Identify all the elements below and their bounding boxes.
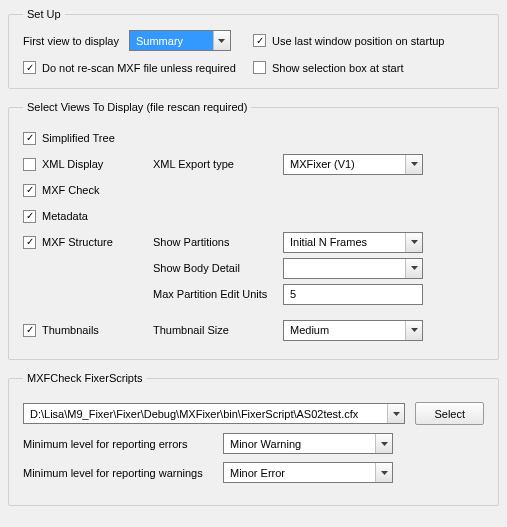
show-selection-box-label: Show selection box at start	[272, 62, 403, 74]
dropdown-icon	[405, 321, 422, 340]
mxf-check-label: MXF Check	[42, 184, 99, 196]
views-legend: Select Views To Display (file rescan req…	[23, 101, 251, 113]
select-button-label: Select	[434, 408, 465, 420]
dropdown-icon	[375, 463, 392, 482]
setup-legend: Set Up	[23, 8, 65, 20]
mxf-structure-label: MXF Structure	[42, 236, 113, 248]
checkbox-icon: ✓	[23, 210, 36, 223]
checkbox-icon: ✓	[23, 158, 36, 171]
thumb-size-combo[interactable]: Medium	[283, 320, 423, 341]
simplified-tree-label: Simplified Tree	[42, 132, 115, 144]
dropdown-icon	[213, 31, 230, 50]
show-selection-box-checkbox[interactable]: ✓ Show selection box at start	[253, 61, 484, 74]
first-view-value: Summary	[130, 31, 213, 50]
checkbox-icon: ✓	[23, 132, 36, 145]
min-error-combo[interactable]: Minor Warning	[223, 433, 393, 454]
show-partitions-value: Initial N Frames	[284, 233, 405, 252]
checkbox-icon: ✓	[23, 324, 36, 337]
select-button[interactable]: Select	[415, 402, 484, 425]
min-error-label: Minimum level for reporting errors	[23, 438, 213, 450]
fixerscript-path-value: D:\Lisa\M9_Fixer\Fixer\Debug\MXFixer\bin…	[24, 404, 387, 423]
no-rescan-label: Do not re-scan MXF file unless required	[42, 62, 236, 74]
use-last-position-checkbox[interactable]: ✓ Use last window position on startup	[253, 34, 484, 47]
mxf-structure-checkbox[interactable]: ✓ MXF Structure	[23, 236, 113, 249]
thumbnails-checkbox[interactable]: ✓ Thumbnails	[23, 324, 99, 337]
metadata-checkbox[interactable]: ✓ Metadata	[23, 210, 88, 223]
min-warning-value: Minor Error	[224, 463, 375, 482]
no-rescan-checkbox[interactable]: ✓ Do not re-scan MXF file unless require…	[23, 61, 253, 74]
xml-export-value: MXFixer (V1)	[284, 155, 405, 174]
xml-export-combo[interactable]: MXFixer (V1)	[283, 154, 423, 175]
dropdown-icon	[405, 233, 422, 252]
first-view-label: First view to display	[23, 35, 119, 47]
max-partition-value: 5	[290, 288, 296, 300]
show-body-detail-label: Show Body Detail	[153, 262, 283, 274]
xml-display-label: XML Display	[42, 158, 103, 170]
show-body-detail-value	[284, 259, 405, 278]
checkbox-icon: ✓	[23, 236, 36, 249]
simplified-tree-checkbox[interactable]: ✓ Simplified Tree	[23, 132, 115, 145]
mxf-check-checkbox[interactable]: ✓ MXF Check	[23, 184, 99, 197]
min-error-value: Minor Warning	[224, 434, 375, 453]
metadata-label: Metadata	[42, 210, 88, 222]
fixerscript-path-combo[interactable]: D:\Lisa\M9_Fixer\Fixer\Debug\MXFixer\bin…	[23, 403, 405, 424]
xml-display-checkbox[interactable]: ✓ XML Display	[23, 158, 103, 171]
fixerscripts-group: MXFCheck FixerScripts D:\Lisa\M9_Fixer\F…	[8, 372, 499, 506]
views-group: Select Views To Display (file rescan req…	[8, 101, 499, 360]
dropdown-icon	[387, 404, 404, 423]
checkbox-icon: ✓	[253, 61, 266, 74]
max-partition-label: Max Partition Edit Units	[153, 288, 283, 300]
xml-export-label: XML Export type	[153, 158, 283, 170]
checkbox-icon: ✓	[23, 184, 36, 197]
thumb-size-label: Thumbnail Size	[153, 324, 283, 336]
min-warning-label: Minimum level for reporting warnings	[23, 467, 213, 479]
max-partition-input[interactable]: 5	[283, 284, 423, 305]
checkbox-icon: ✓	[253, 34, 266, 47]
thumbnails-label: Thumbnails	[42, 324, 99, 336]
dropdown-icon	[375, 434, 392, 453]
dropdown-icon	[405, 259, 422, 278]
show-partitions-label: Show Partitions	[153, 236, 283, 248]
setup-group: Set Up First view to display Summary ✓ U…	[8, 8, 499, 89]
first-view-combo[interactable]: Summary	[129, 30, 231, 51]
show-partitions-combo[interactable]: Initial N Frames	[283, 232, 423, 253]
thumb-size-value: Medium	[284, 321, 405, 340]
show-body-detail-combo[interactable]	[283, 258, 423, 279]
fixerscripts-legend: MXFCheck FixerScripts	[23, 372, 147, 384]
min-warning-combo[interactable]: Minor Error	[223, 462, 393, 483]
use-last-position-label: Use last window position on startup	[272, 35, 444, 47]
checkbox-icon: ✓	[23, 61, 36, 74]
dropdown-icon	[405, 155, 422, 174]
